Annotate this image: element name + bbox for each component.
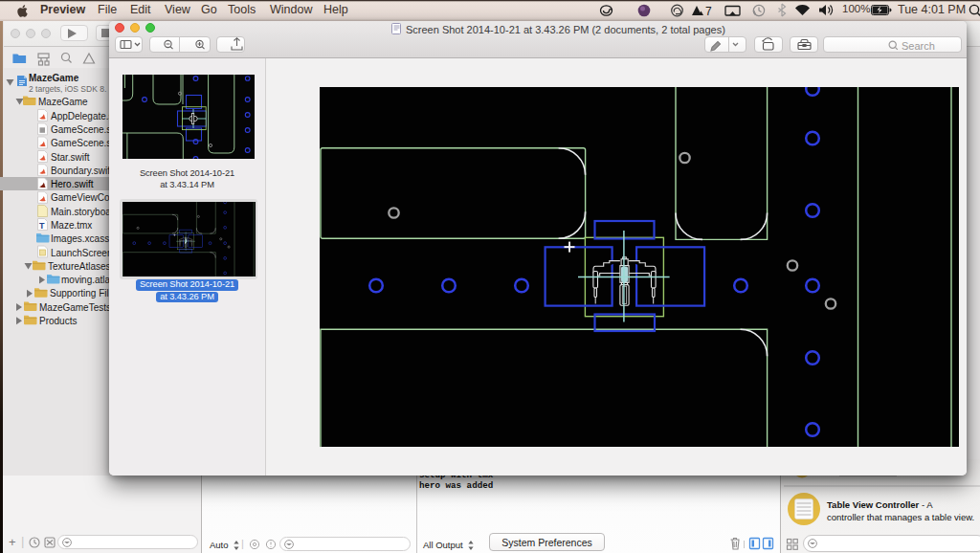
svg-text:Main.storyboa: Main.storyboa <box>51 207 111 217</box>
svg-text:GameViewCor: GameViewCor <box>51 192 114 203</box>
svg-text:7: 7 <box>705 5 712 17</box>
svg-text:TextureAtlases: TextureAtlases <box>48 261 111 272</box>
svg-text:controller that manages a tabl: controller that manages a table view. <box>827 512 974 522</box>
svg-text:Supporting Fil: Supporting Fil <box>50 288 109 299</box>
svg-text:Images.xcasse: Images.xcasse <box>51 233 115 244</box>
svg-text:Maze.tmx: Maze.tmx <box>51 220 92 231</box>
svg-text:GameScene.sl: GameScene.sl <box>51 124 114 135</box>
svg-text:AppDelegate.s: AppDelegate.s <box>51 111 114 122</box>
svg-text:moving.atla: moving.atla <box>61 275 111 285</box>
svg-text:Boundary.swift: Boundary.swift <box>51 166 113 176</box>
svg-text:MazeGameTests: MazeGameTests <box>39 302 111 313</box>
svg-text:MazeGame: MazeGame <box>38 97 88 107</box>
svg-text:Hero.swift: Hero.swift <box>51 179 94 189</box>
svg-text:T: T <box>39 221 45 231</box>
svg-text:Products: Products <box>39 316 77 326</box>
svg-text:GameScene.sv: GameScene.sv <box>51 138 116 148</box>
svg-text:Star.swift: Star.swift <box>51 152 90 163</box>
svg-text:LaunchScreen: LaunchScreen <box>51 248 113 258</box>
svg-text:Table View Controller - A: Table View Controller - A <box>827 499 933 510</box>
